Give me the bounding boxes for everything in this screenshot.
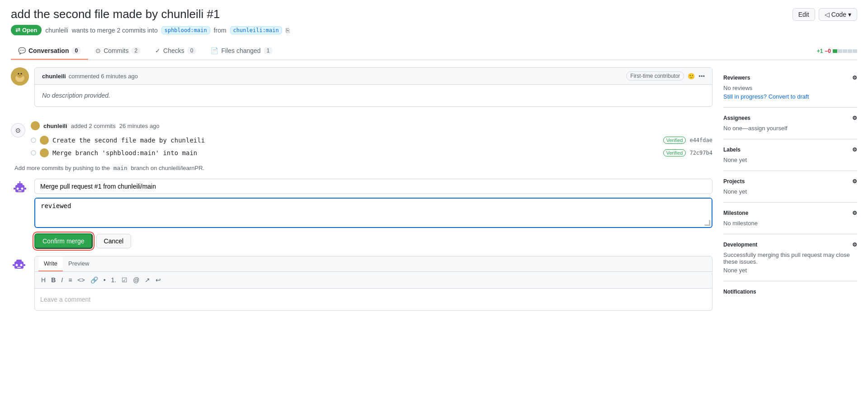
commit-msg-2: Merge branch 'sphblood:main' into main	[52, 149, 660, 157]
robot-icon	[12, 180, 28, 196]
svg-rect-17	[16, 260, 22, 262]
toolbar-unordered-list[interactable]: •	[103, 275, 107, 285]
merge-desc-input[interactable]	[35, 199, 712, 226]
milestone-title: Milestone	[723, 210, 748, 216]
milestone-gear-icon[interactable]: ⚙	[852, 210, 857, 216]
sidebar-milestone: Milestone ⚙ No milestone	[723, 203, 857, 234]
cancel-button[interactable]: Cancel	[96, 234, 132, 248]
pr-title: add the second file made by chunleili #1	[11, 7, 220, 21]
toolbar-bold[interactable]: B	[50, 275, 57, 285]
svg-rect-11	[18, 190, 22, 191]
dog-avatar-svg	[11, 67, 29, 85]
write-tab[interactable]: Write	[38, 256, 63, 271]
merge-actions: Confirm merge Cancel	[34, 233, 712, 249]
commit-verified-1: Verified	[663, 137, 686, 144]
merge-wrapper: Confirm merge Cancel	[11, 179, 712, 249]
toolbar-reference[interactable]: ↗	[144, 275, 151, 285]
svg-point-19	[20, 264, 23, 266]
diff-bar-seg-1	[833, 49, 837, 53]
svg-point-18	[16, 264, 18, 266]
write-comment-wrapper: Write Preview H B I ≡ <> 🔗 • 1. ☑ @	[11, 256, 712, 311]
sidebar: Reviewers ⚙ No reviews Still in progress…	[723, 67, 857, 318]
svg-point-2	[17, 71, 23, 78]
toolbar-quote[interactable]: ≡	[67, 275, 73, 285]
tab-checks-label: Checks	[163, 47, 184, 54]
commits-icon-circle: ⊙	[11, 123, 25, 138]
projects-gear-icon[interactable]: ⚙	[852, 178, 857, 185]
comment-body: No description provided.	[35, 85, 712, 106]
notifications-header: Notifications	[723, 289, 857, 295]
svg-rect-20	[17, 267, 21, 268]
commit-dot-1	[31, 138, 36, 143]
svg-point-6	[31, 121, 40, 130]
reviewers-gear-icon[interactable]: ⚙	[852, 75, 857, 81]
tab-files-changed[interactable]: 📄 Files changed 1	[203, 43, 280, 60]
commits-time: 26 minutes ago	[119, 123, 160, 129]
svg-point-5	[19, 75, 21, 76]
commit-verified-2: Verified	[663, 149, 686, 157]
toolbar-link[interactable]: 🔗	[90, 275, 99, 285]
main-content: chunleili commented 6 minutes ago First-…	[11, 67, 857, 318]
open-icon: ⇄	[15, 27, 20, 33]
comment-box: chunleili commented 6 minutes ago First-…	[34, 67, 712, 107]
development-gear-icon[interactable]: ⚙	[852, 242, 857, 248]
edit-button[interactable]: Edit	[793, 8, 815, 21]
toolbar-task-list[interactable]: ☑	[121, 275, 128, 285]
labels-header: Labels ⚙	[723, 147, 857, 153]
pr-from-label: from	[214, 27, 226, 34]
resize-handle[interactable]	[705, 220, 710, 226]
svg-rect-22	[24, 264, 25, 266]
svg-rect-14	[14, 188, 15, 190]
svg-rect-15	[24, 188, 26, 190]
reviewers-convert-draft[interactable]: Still in progress? Convert to draft	[723, 93, 857, 100]
assignees-header: Assignees ⚙	[723, 115, 857, 121]
base-branch[interactable]: sphblood:main	[161, 26, 210, 34]
commit-row-1: Create the second file made by chunleili…	[31, 136, 712, 145]
open-label: Open	[22, 27, 37, 33]
toolbar-italic[interactable]: I	[60, 275, 64, 285]
confirm-merge-button[interactable]: Confirm merge	[34, 233, 93, 249]
tab-conversation[interactable]: 💬 Conversation 0	[11, 43, 88, 60]
svg-point-13	[19, 181, 21, 183]
commit-graph: Create the second file made by chunleili…	[31, 136, 712, 157]
toolbar-undo[interactable]: ↩	[155, 275, 162, 285]
toolbar-heading[interactable]: H	[40, 275, 47, 285]
assignees-gear-icon[interactable]: ⚙	[852, 115, 857, 121]
sidebar-notifications: Notifications	[723, 281, 857, 306]
projects-value: None yet	[723, 188, 857, 195]
code-button[interactable]: ◁ Code ▾	[819, 8, 857, 21]
sidebar-reviewers: Reviewers ⚙ No reviews Still in progress…	[723, 67, 857, 108]
preview-tab[interactable]: Preview	[63, 256, 94, 271]
commits-timeline-item: ⊙ chunleili added 2 commits 26 minutes a…	[11, 121, 712, 157]
tabs-bar: 💬 Conversation 0 ⊙ Commits 2 ✓ Checks 0 …	[11, 43, 857, 60]
add-commits-text: Add more commits by pushing to the	[14, 165, 110, 171]
emoji-button[interactable]: 🙂	[688, 73, 695, 80]
toolbar-ordered-list[interactable]: 1.	[110, 275, 118, 285]
timeline: chunleili commented 6 minutes ago First-…	[11, 67, 712, 318]
toolbar-code[interactable]: <>	[76, 275, 85, 285]
development-header: Development ⚙	[723, 242, 857, 248]
pr-header-comment: chunleili commented 6 minutes ago First-…	[11, 67, 712, 114]
commits-icon: ⊙	[95, 47, 101, 54]
diff-bar-seg-5	[853, 49, 857, 53]
reviewers-title: Reviewers	[723, 75, 750, 81]
commenter-avatar	[11, 67, 29, 85]
checks-icon: ✓	[155, 47, 160, 54]
sidebar-development: Development ⚙ Successfully merging this …	[723, 234, 857, 281]
tab-conversation-label: Conversation	[28, 47, 69, 54]
commit-msg-1: Create the second file made by chunleili	[52, 137, 660, 144]
tab-commits[interactable]: ⊙ Commits 2	[88, 43, 148, 60]
labels-gear-icon[interactable]: ⚙	[852, 147, 857, 153]
head-branch[interactable]: chunleili:main	[230, 26, 282, 34]
milestone-value: No milestone	[723, 220, 857, 227]
toolbar-mention[interactable]: @	[132, 275, 140, 285]
open-badge: ⇄ Open	[11, 25, 42, 35]
write-robot-icon	[11, 256, 27, 272]
copy-branch-icon[interactable]: ⎘	[286, 27, 289, 34]
assignees-title: Assignees	[723, 115, 750, 121]
merge-title-input[interactable]	[34, 179, 712, 194]
more-options-button[interactable]: •••	[698, 73, 705, 80]
commits-author-avatar	[31, 121, 40, 130]
tab-checks[interactable]: ✓ Checks 0	[148, 43, 203, 60]
svg-point-9	[17, 188, 19, 190]
